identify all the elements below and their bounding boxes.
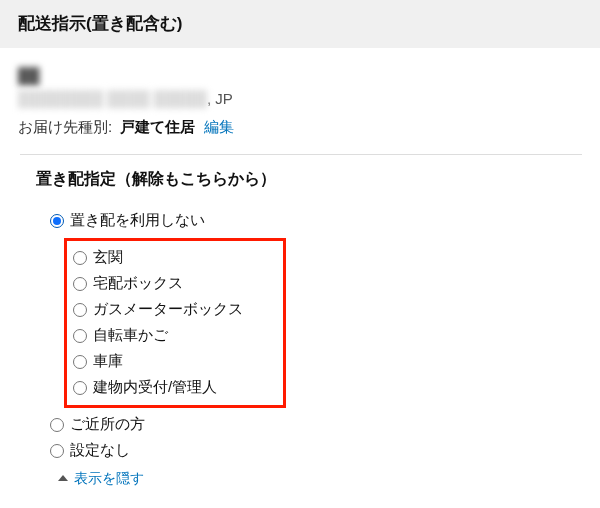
okihai-section: 置き配指定（解除もこちらから） 置き配を利用しない 玄関 宅配ボックス	[20, 154, 582, 496]
address-name-redacted: ██	[18, 64, 582, 87]
edit-address-link[interactable]: 編集	[204, 118, 234, 135]
okihai-option-neighbor[interactable]: ご近所の方	[50, 412, 572, 438]
okihai-option-label: 設定なし	[70, 441, 130, 460]
okihai-option-building-reception[interactable]: 建物内受付/管理人	[73, 375, 277, 401]
content-area: ██ ████████ ████ █████, JP お届け先種別: 戸建て住居…	[0, 48, 600, 496]
okihai-option-label: ご近所の方	[70, 415, 145, 434]
okihai-option-label: 宅配ボックス	[93, 274, 183, 293]
radio-icon	[73, 303, 87, 317]
okihai-option-bike-basket[interactable]: 自転車かご	[73, 323, 277, 349]
okihai-option-label: 車庫	[93, 352, 123, 371]
radio-icon	[73, 251, 87, 265]
okihai-option-entrance[interactable]: 玄関	[73, 245, 277, 271]
okihai-option-label: 建物内受付/管理人	[93, 378, 217, 397]
delivery-type-value: 戸建て住居	[120, 118, 195, 135]
radio-icon	[50, 444, 64, 458]
radio-icon	[73, 277, 87, 291]
radio-icon	[73, 381, 87, 395]
okihai-option-delivery-box[interactable]: 宅配ボックス	[73, 271, 277, 297]
address-block: ██ ████████ ████ █████, JP お届け先種別: 戸建て住居…	[18, 64, 582, 138]
address-line: ████████ ████ █████, JP	[18, 87, 582, 110]
okihai-option-none-set[interactable]: 設定なし	[50, 438, 572, 464]
radio-icon	[73, 355, 87, 369]
highlighted-options-box: 玄関 宅配ボックス ガスメーターボックス 自転車かご 車庫	[64, 238, 286, 408]
okihai-option-garage[interactable]: 車庫	[73, 349, 277, 375]
okihai-option-label: 置き配を利用しない	[70, 211, 205, 230]
page-title: 配送指示(置き配含む)	[18, 14, 182, 33]
okihai-section-title: 置き配指定（解除もこちらから）	[36, 169, 572, 190]
collapse-label: 表示を隠す	[74, 470, 144, 488]
chevron-up-icon	[58, 475, 68, 481]
address-country: , JP	[207, 90, 233, 107]
radio-icon	[50, 418, 64, 432]
delivery-type-label: お届け先種別:	[18, 118, 112, 135]
address-redacted: ████████ ████ █████	[18, 90, 207, 107]
radio-icon	[73, 329, 87, 343]
page-title-bar: 配送指示(置き配含む)	[0, 0, 600, 48]
okihai-option-none[interactable]: 置き配を利用しない	[50, 208, 572, 234]
delivery-type-line: お届け先種別: 戸建て住居 編集	[18, 115, 582, 138]
okihai-options: 置き配を利用しない 玄関 宅配ボックス ガスメーターボックス	[50, 208, 572, 464]
radio-icon	[50, 214, 64, 228]
collapse-link[interactable]: 表示を隠す	[58, 470, 572, 488]
okihai-option-label: 玄関	[93, 248, 123, 267]
okihai-option-label: ガスメーターボックス	[93, 300, 243, 319]
okihai-option-label: 自転車かご	[93, 326, 168, 345]
okihai-option-gas-meter[interactable]: ガスメーターボックス	[73, 297, 277, 323]
